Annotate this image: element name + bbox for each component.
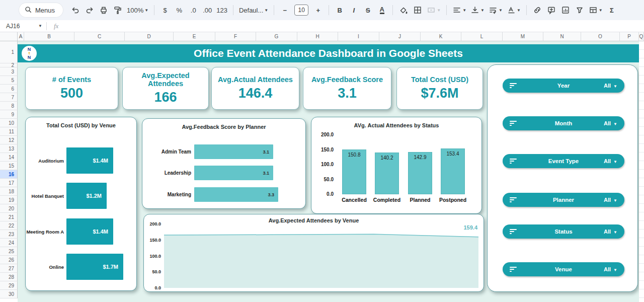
menus-search-button[interactable]: Menus — [19, 3, 63, 17]
table-views-button[interactable]: ▼ — [587, 4, 604, 17]
column-header-J[interactable]: J — [379, 32, 421, 41]
decrease-decimal-button[interactable]: .0 — [187, 4, 200, 17]
filter-value-dropdown[interactable]: All ▼ — [604, 83, 617, 89]
filter-value-dropdown[interactable]: All ▼ — [604, 229, 617, 235]
kpi-card[interactable]: Avg.Feedback Score3.1 — [303, 67, 391, 110]
column-header-A[interactable]: A — [18, 32, 24, 41]
filter-planner[interactable]: PlannerAll ▼ — [503, 193, 624, 207]
insert-chart-button[interactable] — [559, 4, 572, 17]
row-header-11[interactable]: 11 — [0, 127, 18, 136]
kpi-card[interactable]: Avg.Actual Attendees146.4 — [211, 67, 299, 110]
row-header-26[interactable]: 26 — [0, 256, 18, 264]
filter-value-dropdown[interactable]: All ▼ — [604, 158, 617, 164]
column-header-M[interactable]: M — [503, 32, 543, 41]
column-header-K[interactable]: K — [421, 32, 461, 41]
column-header-F[interactable]: F — [215, 32, 256, 41]
print-button[interactable] — [97, 4, 110, 17]
row-header-30[interactable]: 30 — [0, 290, 18, 298]
format-currency-button[interactable]: $ — [158, 4, 172, 17]
font-size-input[interactable]: 10 — [294, 5, 308, 16]
chart-feedback-by-planner[interactable]: Avg.Feedback Score by Planner Admin Team… — [142, 118, 306, 209]
filter-event-type[interactable]: Event TypeAll ▼ — [503, 154, 624, 168]
create-filter-button[interactable] — [573, 4, 586, 17]
row-header-3[interactable]: 3 — [0, 67, 18, 76]
kpi-card[interactable]: Total Cost (USD)$7.6M — [396, 67, 483, 110]
row-header-14[interactable]: 14 — [0, 153, 18, 162]
column-header-I[interactable]: I — [338, 32, 379, 41]
horizontal-align-button[interactable]: ▼ — [451, 4, 468, 17]
italic-button[interactable]: I — [347, 4, 360, 17]
borders-button[interactable] — [411, 4, 424, 17]
row-header-25[interactable]: 25 — [0, 247, 18, 256]
fill-color-button[interactable] — [397, 4, 410, 17]
font-select[interactable]: Defaul...▼ — [237, 4, 270, 17]
row-header-28[interactable]: 28 — [0, 273, 18, 281]
column-header-D[interactable]: D — [125, 32, 174, 41]
increase-font-size-button[interactable]: + — [311, 4, 325, 17]
chart-expected-attendees-by-venue[interactable]: Avg.Expected Attendees by Venue 159.4 20… — [143, 214, 484, 292]
row-header-7[interactable]: 7 — [0, 93, 18, 102]
column-header-Q[interactable]: Q — [639, 32, 644, 41]
filter-value-dropdown[interactable]: All ▼ — [604, 120, 617, 126]
insert-link-button[interactable] — [531, 4, 544, 17]
row-header-24[interactable]: 24 — [0, 239, 18, 247]
grid-cells-right[interactable] — [639, 41, 644, 302]
column-header-P[interactable]: P — [620, 32, 639, 41]
row-header-10[interactable]: 10 — [0, 119, 18, 127]
row-header-22[interactable]: 22 — [0, 221, 18, 230]
filter-value-dropdown[interactable]: All ▼ — [604, 266, 617, 272]
name-box[interactable]: AJ16 ▼ — [0, 23, 46, 30]
row-header-19[interactable]: 19 — [0, 196, 18, 204]
chart-total-cost-by-venue[interactable]: Total Cost (USD) by Venue Auditorium$1.4… — [25, 117, 137, 291]
column-header-O[interactable]: O — [581, 32, 620, 41]
row-header-8[interactable]: 8 — [0, 102, 18, 110]
column-header-L[interactable]: L — [461, 32, 503, 41]
paint-format-button[interactable] — [111, 4, 124, 17]
text-color-button[interactable]: A — [375, 4, 388, 17]
zoom-select[interactable]: 100%▼ — [125, 4, 150, 17]
row-header-17[interactable]: 17 — [0, 179, 18, 187]
strikethrough-button[interactable]: S — [361, 4, 374, 17]
row-header-29[interactable]: 29 — [0, 281, 18, 290]
decrease-font-size-button[interactable]: − — [278, 4, 291, 17]
select-all-corner[interactable] — [0, 32, 18, 41]
kpi-card[interactable]: Avg.Expected Attendees166 — [122, 67, 209, 110]
row-header-5[interactable]: 5 — [0, 76, 18, 85]
filter-year[interactable]: YearAll ▼ — [503, 79, 624, 93]
chart-attendees-by-status[interactable]: AVg. Actual Attendees by Status 200.0150… — [311, 117, 482, 214]
text-wrap-button[interactable]: ▼ — [487, 4, 504, 17]
row-header-12[interactable]: 12 — [0, 136, 18, 144]
row-header-6[interactable]: 6 — [0, 85, 18, 93]
row-header-16[interactable]: 16 — [0, 170, 18, 179]
row-header-2[interactable]: 2 — [0, 63, 18, 67]
column-header-N[interactable]: N — [543, 32, 581, 41]
increase-decimal-button[interactable]: .00 — [201, 4, 214, 17]
insert-comment-button[interactable] — [545, 4, 558, 17]
more-formats-button[interactable]: 123 — [215, 4, 229, 17]
column-header-B[interactable]: B — [24, 32, 74, 41]
row-header-15[interactable]: 15 — [0, 162, 18, 170]
row-header-23[interactable]: 23 — [0, 230, 18, 239]
redo-button[interactable] — [83, 4, 96, 17]
text-rotation-button[interactable]: ▼ — [505, 4, 522, 17]
format-percent-button[interactable]: % — [173, 4, 186, 17]
functions-button[interactable]: Σ — [605, 4, 618, 17]
row-header-27[interactable]: 27 — [0, 264, 18, 273]
row-header-9[interactable]: 9 — [0, 110, 18, 119]
row-header-1[interactable]: 1 — [0, 41, 18, 63]
filter-value-dropdown[interactable]: All ▼ — [604, 197, 617, 203]
row-header-20[interactable]: 20 — [0, 204, 18, 213]
undo-button[interactable] — [69, 4, 82, 17]
vertical-align-button[interactable]: ▼ — [469, 4, 486, 17]
filter-status[interactable]: StatusAll ▼ — [503, 224, 624, 239]
filter-month[interactable]: MonthAll ▼ — [503, 116, 624, 130]
column-header-G[interactable]: G — [256, 32, 297, 41]
column-header-C[interactable]: C — [74, 32, 125, 41]
column-header-E[interactable]: E — [174, 32, 215, 41]
bold-button[interactable]: B — [333, 4, 346, 17]
kpi-card[interactable]: # of Events500 — [25, 67, 118, 110]
row-header-18[interactable]: 18 — [0, 187, 18, 196]
column-header-H[interactable]: H — [297, 32, 338, 41]
row-header-13[interactable]: 13 — [0, 144, 18, 153]
filter-venue[interactable]: VenueAll ▼ — [503, 262, 624, 276]
